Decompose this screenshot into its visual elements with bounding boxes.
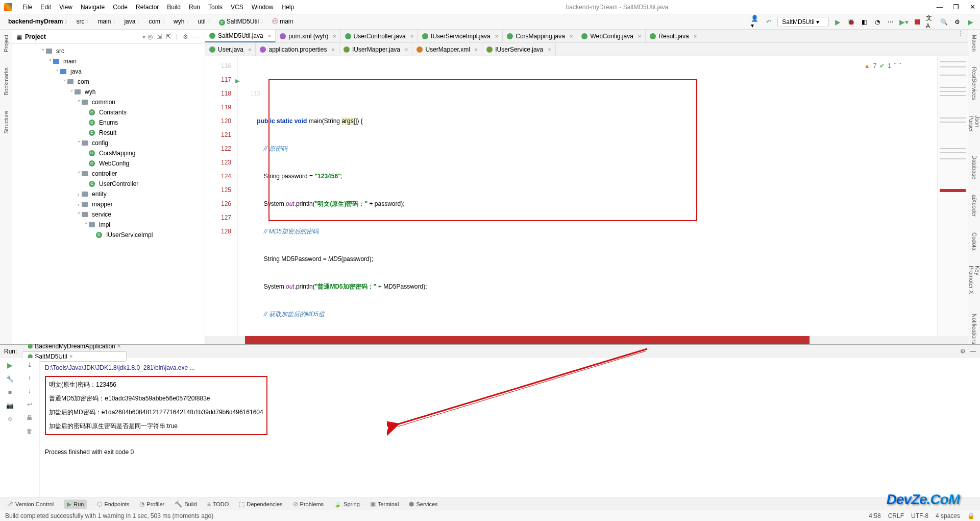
run-hide-icon[interactable]: — bbox=[970, 348, 976, 355]
tool-profiler[interactable]: ◔Profiler bbox=[139, 501, 164, 508]
menu-window[interactable]: Window bbox=[248, 4, 278, 11]
tree-node-IUserServiceImpl[interactable]: CIUserServiceImpl bbox=[12, 230, 205, 240]
close-tab-icon[interactable]: × bbox=[548, 46, 551, 53]
editor-tab-CorsMapping.java[interactable]: CorsMapping.java× bbox=[503, 30, 577, 42]
tree-node-UserController[interactable]: CUserController bbox=[12, 179, 205, 189]
close-tab-icon[interactable]: × bbox=[405, 46, 408, 53]
tree-node-common[interactable]: ˅common bbox=[12, 97, 205, 107]
more-run-icon[interactable]: ⋯ bbox=[886, 17, 895, 27]
attach-button[interactable]: ▶▾ bbox=[899, 17, 909, 27]
tree-node-service[interactable]: ˅service bbox=[12, 209, 205, 220]
project-view-icon[interactable]: ▦ bbox=[16, 33, 22, 40]
lock-icon[interactable]: 🔒 bbox=[967, 512, 975, 519]
close-tab-icon[interactable]: × bbox=[248, 46, 251, 53]
indent-setting[interactable]: 4 spaces bbox=[936, 512, 960, 519]
right-strip-key-promoter-x[interactable]: Key Promoter X bbox=[968, 266, 981, 298]
down-stack-icon[interactable]: ↓ bbox=[28, 388, 31, 395]
editor-tab-IUserMapper.java[interactable]: IUserMapper.java× bbox=[339, 43, 412, 56]
close-tab-icon[interactable]: × bbox=[694, 33, 697, 39]
menu-view[interactable]: View bbox=[55, 4, 77, 11]
editor-tab-IUserService.java[interactable]: IUserService.java× bbox=[482, 43, 555, 56]
tool-endpoints[interactable]: ⬡Endpoints bbox=[97, 501, 129, 508]
inspections-widget[interactable]: ▲7 ✔1 ˆ ˇ bbox=[864, 59, 901, 73]
user-icon[interactable]: 👤▾ bbox=[751, 17, 760, 27]
left-strip-project[interactable]: Project bbox=[3, 35, 9, 52]
menu-tools[interactable]: Tools bbox=[204, 4, 227, 11]
line-gutter[interactable]: ▶ 11611711811912012112212312412512612712… bbox=[205, 56, 238, 336]
collapse-icon[interactable]: ⇱ bbox=[166, 33, 171, 40]
menu-refactor[interactable]: Refactor bbox=[132, 4, 163, 11]
editor-tab-Result.java[interactable]: Result.java× bbox=[646, 30, 701, 42]
editor-tab-User.java[interactable]: User.java× bbox=[205, 43, 256, 56]
back-build-icon[interactable]: ↶ bbox=[764, 17, 773, 27]
print-icon[interactable]: 🖶 bbox=[27, 414, 33, 421]
tree-node-WebConfig[interactable]: CWebConfig bbox=[12, 158, 205, 169]
stop-run-icon[interactable]: ■ bbox=[8, 389, 12, 396]
close-tab-icon[interactable]: × bbox=[332, 46, 335, 53]
menu-help[interactable]: Help bbox=[277, 4, 298, 11]
code-area[interactable]: 113 public static void main(String args[… bbox=[238, 56, 937, 336]
up-stack-icon[interactable]: ↑ bbox=[28, 374, 31, 382]
tree-node-CorsMapping[interactable]: CCorsMapping bbox=[12, 148, 205, 158]
minimap[interactable] bbox=[937, 56, 968, 336]
editor-area[interactable]: ▶ 11611711811912012112212312412512612712… bbox=[205, 56, 968, 336]
menu-navigate[interactable]: Navigate bbox=[77, 4, 109, 11]
tree-node-main[interactable]: ˅main bbox=[12, 56, 205, 66]
minimize-button[interactable]: — bbox=[936, 3, 943, 11]
right-strip-aixcoder[interactable]: aiXcoder bbox=[971, 195, 977, 217]
breadcrumb-wyh[interactable]: wyh bbox=[170, 18, 194, 25]
tabs-more-icon[interactable]: ⋮ bbox=[953, 30, 968, 42]
editor-tab-UserController.java[interactable]: UserController.java× bbox=[341, 30, 418, 42]
tool-spring[interactable]: 🍃Spring bbox=[334, 501, 360, 508]
file-encoding[interactable]: UTF-8 bbox=[911, 512, 928, 519]
panel-settings-icon[interactable]: ⚙ bbox=[183, 33, 188, 40]
tree-node-impl[interactable]: ˅impl bbox=[12, 220, 205, 230]
breadcrumb-java[interactable]: java bbox=[121, 18, 145, 25]
breadcrumb-src[interactable]: src bbox=[73, 18, 94, 25]
breadcrumb-main[interactable]: ⓜmain bbox=[269, 18, 298, 25]
stop-button[interactable] bbox=[913, 17, 922, 27]
tree-node-Constants[interactable]: CConstants bbox=[12, 107, 205, 117]
close-tab-icon[interactable]: × bbox=[475, 46, 478, 53]
editor-tab-IUserServiceImpl.java[interactable]: IUserServiceImpl.java× bbox=[418, 30, 503, 42]
run-config-selector[interactable]: SaltMD5Util ▾ bbox=[777, 17, 829, 27]
editor-tab-pom.xml (wyh)[interactable]: pom.xml (wyh)× bbox=[276, 30, 340, 42]
editor-tab-application.properties[interactable]: application.properties× bbox=[256, 43, 339, 56]
tool-problems[interactable]: ⊘Problems bbox=[293, 501, 324, 508]
settings-icon[interactable]: ⚙ bbox=[952, 17, 962, 27]
left-strip-structure[interactable]: Structure bbox=[3, 111, 9, 134]
close-tab-icon[interactable]: × bbox=[268, 33, 271, 39]
tree-node-Enums[interactable]: CEnums bbox=[12, 117, 205, 128]
tree-node-config[interactable]: ˅config bbox=[12, 138, 205, 148]
menu-code[interactable]: Code bbox=[109, 4, 132, 11]
tree-node-mapper[interactable]: ›mapper bbox=[12, 199, 205, 209]
clear-icon[interactable]: 🗑 bbox=[27, 428, 33, 435]
exit-icon[interactable]: ⎋ bbox=[8, 415, 12, 422]
right-strip-notifications[interactable]: Notifications bbox=[971, 314, 977, 344]
tool-todo[interactable]: ≡TODO bbox=[207, 501, 229, 508]
caret-position[interactable]: 4:58 bbox=[869, 512, 880, 519]
expand-icon[interactable]: ⇲ bbox=[157, 33, 162, 40]
dump-icon[interactable]: 📷 bbox=[6, 402, 14, 409]
right-strip-json-parser[interactable]: Json Parser bbox=[968, 115, 981, 140]
debug-button[interactable]: 🐞 bbox=[846, 17, 855, 27]
close-tab-icon[interactable]: × bbox=[495, 33, 498, 39]
editor-tab-SaltMD5Util.java[interactable]: SaltMD5Util.java× bbox=[205, 30, 276, 42]
project-tree[interactable]: ˅src˅main˅java˅com˅wyh˅commonCConstantsC… bbox=[12, 44, 205, 344]
console-output[interactable]: D:\Tools\Java\JDK\JDK1.8\jdk1.8.0_281\bi… bbox=[40, 358, 980, 498]
left-strip-bookmarks[interactable]: Bookmarks bbox=[3, 67, 9, 96]
maximize-button[interactable]: ❐ bbox=[952, 3, 960, 11]
tool-version-control[interactable]: ⎇Version Control bbox=[6, 501, 54, 508]
tree-node-java[interactable]: ˅java bbox=[12, 66, 205, 77]
tree-node-controller[interactable]: ˅controller bbox=[12, 169, 205, 179]
menu-edit[interactable]: Edit bbox=[36, 4, 55, 11]
right-strip-database[interactable]: Database bbox=[971, 155, 977, 179]
rerun-failed-icon[interactable]: 🔧 bbox=[6, 375, 14, 383]
translate-icon[interactable]: 文A bbox=[926, 17, 935, 27]
tree-node-com[interactable]: ˅com bbox=[12, 77, 205, 87]
breadcrumb-main[interactable]: main bbox=[94, 18, 121, 25]
locate-icon[interactable]: ◎ bbox=[148, 33, 153, 40]
breadcrumb-com[interactable]: com bbox=[145, 18, 170, 25]
menu-run[interactable]: Run bbox=[185, 4, 204, 11]
scroll-top-icon[interactable]: ⤓ bbox=[27, 361, 32, 368]
